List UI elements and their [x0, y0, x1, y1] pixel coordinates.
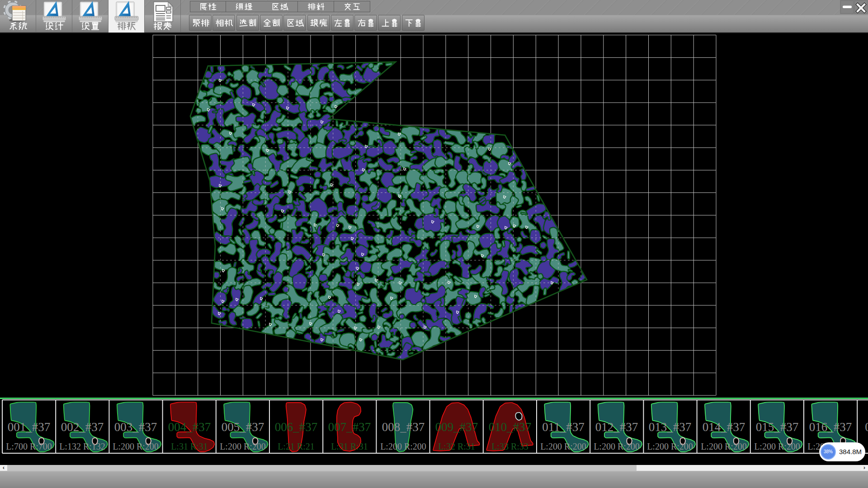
svg-text:0: 0 — [865, 420, 868, 434]
svg-text:L:200 R:200: L:200 R:200 — [701, 441, 747, 451]
svg-text:007_#37: 007_#37 — [328, 420, 371, 434]
svg-text:004_#37: 004_#37 — [168, 420, 211, 434]
svg-text:010_#37: 010_#37 — [489, 420, 532, 434]
svg-text:012_#37: 012_#37 — [595, 420, 638, 434]
svg-text:016_#37: 016_#37 — [809, 420, 852, 434]
svg-text:L:200 R:200: L:200 R:200 — [380, 441, 426, 451]
svg-text:009_#37: 009_#37 — [435, 420, 478, 434]
svg-text:003_#37: 003_#37 — [114, 420, 157, 434]
svg-text:011_#37: 011_#37 — [542, 420, 585, 434]
svg-text:L:32 R:31: L:32 R:31 — [438, 441, 475, 451]
svg-text:001_#37: 001_#37 — [8, 420, 51, 434]
svg-text:L:33 R:33: L:33 R:33 — [491, 441, 528, 451]
svg-text:015_#37: 015_#37 — [756, 420, 799, 434]
svg-text:L:200 R:200: L:200 R:200 — [220, 441, 266, 451]
svg-text:L:21 R:21: L:21 R:21 — [278, 441, 315, 451]
svg-text:014_#37: 014_#37 — [703, 420, 745, 434]
svg-text:008_#37: 008_#37 — [382, 420, 425, 434]
svg-text:L:200 R:200: L:200 R:200 — [113, 441, 159, 451]
svg-text:L:200 R:200: L:200 R:200 — [647, 441, 693, 451]
svg-text:L:31 R:31: L:31 R:31 — [171, 441, 208, 451]
svg-text:L:200 R:200: L:200 R:200 — [754, 441, 800, 451]
svg-text:L:700 R:700: L:700 R:700 — [6, 441, 52, 451]
svg-text:002_#37: 002_#37 — [61, 420, 104, 434]
svg-text:L:200 R:200: L:200 R:200 — [540, 441, 586, 451]
svg-text:005_#37: 005_#37 — [222, 420, 264, 434]
svg-text:013_#37: 013_#37 — [649, 420, 692, 434]
svg-text:006_#37: 006_#37 — [275, 420, 318, 434]
svg-text:L:31 R:31: L:31 R:31 — [331, 441, 368, 451]
svg-text:L:132 R:132: L:132 R:132 — [59, 441, 105, 451]
svg-text:L:200 R:200: L:200 R:200 — [594, 441, 640, 451]
